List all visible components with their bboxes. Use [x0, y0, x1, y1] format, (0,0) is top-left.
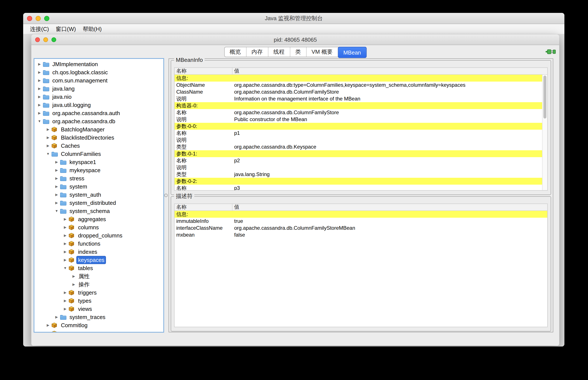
expand-arrow-icon[interactable]: ▶: [63, 307, 68, 311]
tree-item-system_traces[interactable]: ▶system_traces: [34, 313, 163, 321]
column-header-name[interactable]: 名称: [174, 204, 232, 210]
data-row[interactable]: 说明Public constructor of the MBean: [174, 116, 542, 123]
expand-arrow-icon[interactable]: ▶: [63, 234, 68, 237]
expand-arrow-icon[interactable]: ▶: [37, 95, 42, 99]
data-row[interactable]: 说明: [174, 136, 542, 143]
expand-arrow-icon[interactable]: ▶: [45, 323, 51, 327]
tree-item-操作[interactable]: ▶操作: [34, 280, 163, 288]
tree-item-stress[interactable]: ▶stress: [34, 174, 163, 183]
column-header-value[interactable]: 值: [232, 204, 547, 210]
expand-arrow-icon[interactable]: ▶: [63, 226, 68, 229]
data-row[interactable]: 说明: [174, 164, 542, 171]
expand-arrow-icon[interactable]: ▶: [37, 78, 42, 82]
column-header-value[interactable]: 值: [232, 68, 547, 74]
tree-item-columnfamilies[interactable]: ▼ColumnFamilies: [34, 150, 163, 158]
expand-arrow-icon[interactable]: ▶: [37, 87, 42, 91]
expand-arrow-icon[interactable]: ▶: [37, 62, 42, 66]
tree-item-java-util-logging[interactable]: ▶java.util.logging: [34, 101, 163, 109]
tab-mbean[interactable]: MBean: [338, 47, 366, 58]
expand-arrow-icon[interactable]: ▶: [37, 111, 42, 115]
expand-arrow-icon[interactable]: ▶: [37, 70, 42, 74]
data-row[interactable]: 说明Information on the management interfac…: [174, 95, 542, 102]
close-button[interactable]: [27, 16, 32, 21]
tree-item-clipped[interactable]: ▶: [34, 329, 163, 332]
inner-minimize-button[interactable]: [43, 37, 48, 42]
tree-item-aggregates[interactable]: ▶aggregates: [34, 215, 163, 223]
expand-arrow-icon[interactable]: ▶: [63, 258, 68, 262]
section-row[interactable]: 参数-0-0:: [174, 123, 542, 130]
tree-item-indexes[interactable]: ▶indexes: [34, 248, 163, 256]
collapse-arrow-icon[interactable]: ▼: [37, 119, 42, 123]
data-row[interactable]: ObjectNameorg.apache.cassandra.db:type=C…: [174, 82, 542, 88]
tab-类[interactable]: 类: [290, 47, 306, 57]
tree-item-types[interactable]: ▶types: [34, 297, 163, 305]
tree-item-caches[interactable]: ▶Caches: [34, 142, 163, 150]
tree-item-jmimplementation[interactable]: ▶JMImplementation: [34, 60, 163, 68]
data-row[interactable]: 名称p3: [174, 185, 542, 190]
expand-arrow-icon[interactable]: ▶: [63, 299, 68, 303]
tree-item-dropped_columns[interactable]: ▶dropped_columns: [34, 231, 163, 240]
expand-arrow-icon[interactable]: ▶: [71, 274, 76, 278]
tree-item-keyspace1[interactable]: ▶keyspace1: [34, 158, 163, 166]
tree-item-system_distributed[interactable]: ▶system_distributed: [34, 199, 163, 207]
splitter-handle[interactable]: [164, 194, 168, 197]
tab-vm-概要[interactable]: VM 概要: [306, 47, 338, 57]
tree-item-java-nio[interactable]: ▶java.nio: [34, 93, 163, 101]
data-row[interactable]: 名称p2: [174, 157, 542, 164]
tree-item-keyspaces[interactable]: ▶keyspaces: [34, 256, 163, 264]
tree-item-org-apache-cassandra-auth[interactable]: ▶org.apache.cassandra.auth: [34, 109, 163, 117]
collapse-arrow-icon[interactable]: ▼: [54, 209, 59, 213]
expand-arrow-icon[interactable]: ▶: [63, 291, 68, 295]
data-row[interactable]: interfaceClassNameorg.apache.cassandra.d…: [174, 225, 547, 231]
expand-arrow-icon[interactable]: ▶: [63, 242, 68, 246]
tree-item-com-sun-management[interactable]: ▶com.sun.management: [34, 76, 163, 85]
expand-arrow-icon[interactable]: ▶: [54, 176, 59, 180]
expand-arrow-icon[interactable]: ▶: [63, 217, 68, 221]
tree-item-mykeyspace[interactable]: ▶mykeyspace: [34, 166, 163, 174]
expand-arrow-icon[interactable]: ▶: [54, 168, 59, 172]
zoom-button[interactable]: [44, 16, 49, 21]
tree-item-org-apache-cassandra-db[interactable]: ▼org.apache.cassandra.db: [34, 117, 163, 125]
tree-item-commitlog[interactable]: ▶Commitlog: [34, 321, 163, 329]
column-header-name[interactable]: 名称: [174, 68, 232, 74]
expand-arrow-icon[interactable]: ▶: [54, 315, 59, 319]
scrollbar-thumb[interactable]: [543, 76, 546, 118]
tree-item-functions[interactable]: ▶functions: [34, 240, 163, 248]
tree-item-java-lang[interactable]: ▶java.lang: [34, 85, 163, 93]
tree-item-columns[interactable]: ▶columns: [34, 223, 163, 231]
expand-arrow-icon[interactable]: ▶: [45, 136, 51, 140]
section-row[interactable]: 参数-0-1:: [174, 150, 542, 157]
expand-arrow-icon[interactable]: ▶: [37, 103, 42, 107]
mbeaninfo-scrollbar[interactable]: [542, 75, 547, 190]
expand-arrow-icon[interactable]: ▶: [45, 128, 51, 131]
minimize-button[interactable]: [35, 16, 41, 21]
data-row[interactable]: 名称p1: [174, 130, 542, 136]
menu-窗口w[interactable]: 窗口(W): [52, 24, 79, 34]
tab-内存[interactable]: 内存: [246, 47, 268, 57]
data-row[interactable]: 名称org.apache.cassandra.db.ColumnFamilySt…: [174, 109, 542, 116]
expand-arrow-icon[interactable]: ▶: [54, 185, 59, 189]
collapse-arrow-icon[interactable]: ▼: [45, 152, 51, 156]
tree-item-system[interactable]: ▶system: [34, 183, 163, 191]
data-row[interactable]: immutableInfotrue: [174, 218, 547, 225]
tree-item-tables[interactable]: ▼tables: [34, 264, 163, 272]
expand-arrow-icon[interactable]: ▶: [71, 283, 76, 286]
section-row[interactable]: 构造器-0:: [174, 102, 542, 109]
section-row[interactable]: 参数-0-2:: [174, 178, 542, 185]
expand-arrow-icon[interactable]: ▶: [54, 160, 59, 164]
tree-item-batchlogmanager[interactable]: ▶BatchlogManager: [34, 125, 163, 133]
tab-线程[interactable]: 线程: [268, 47, 290, 57]
tree-item-views[interactable]: ▶views: [34, 305, 163, 313]
collapse-arrow-icon[interactable]: ▼: [63, 266, 68, 270]
data-row[interactable]: 类型org.apache.cassandra.db.Keyspace: [174, 143, 542, 150]
outer-titlebar[interactable]: Java 监视和管理控制台: [23, 13, 564, 24]
tab-概览[interactable]: 概览: [225, 47, 246, 57]
mbean-tree-panel[interactable]: ▶JMImplementation▶ch.qos.logback.classic…: [34, 58, 164, 332]
tree-item-triggers[interactable]: ▶triggers: [34, 288, 163, 297]
tree-item-system_auth[interactable]: ▶system_auth: [34, 191, 163, 199]
menu-连接c[interactable]: 连接(C): [27, 24, 52, 34]
expand-arrow-icon[interactable]: ▶: [45, 331, 51, 332]
data-row[interactable]: mxbeanfalse: [174, 231, 547, 238]
expand-arrow-icon[interactable]: ▶: [63, 250, 68, 254]
tree-item-blacklisteddirectories[interactable]: ▶BlacklistedDirectories: [34, 133, 163, 142]
